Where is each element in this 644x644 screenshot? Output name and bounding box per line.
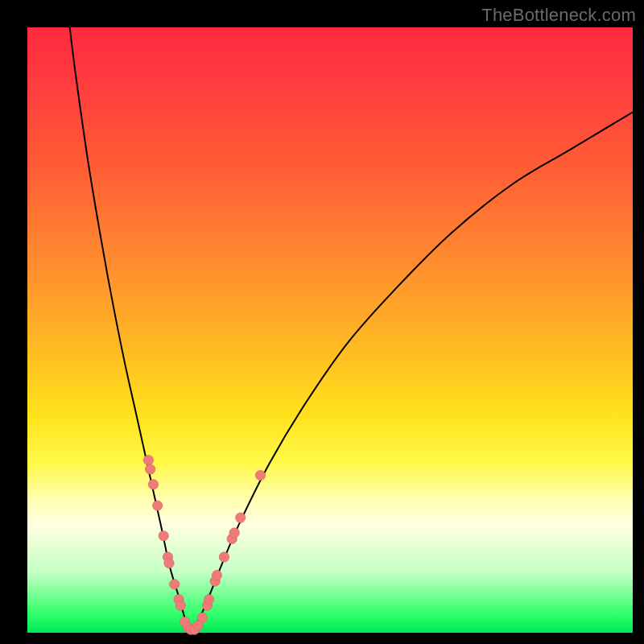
- data-point: [219, 552, 229, 562]
- plot-area: [27, 27, 633, 633]
- curve-left-branch: [70, 27, 191, 633]
- data-point: [212, 570, 221, 580]
- data-point: [164, 558, 174, 568]
- data-point: [175, 601, 185, 610]
- data-point: [159, 530, 168, 540]
- data-point: [145, 464, 155, 474]
- data-point: [197, 613, 207, 622]
- data-point: [255, 470, 265, 480]
- data-point: [148, 480, 158, 489]
- watermark-text: TheBottleneck.com: [481, 5, 636, 26]
- curve-right-branch: [191, 112, 633, 633]
- data-points-group: [143, 455, 266, 634]
- data-point: [204, 594, 213, 604]
- data-point: [229, 528, 239, 538]
- data-point: [170, 580, 180, 589]
- chart-frame: TheBottleneck.com: [0, 0, 644, 644]
- chart-svg: [27, 27, 633, 633]
- curve-group: [70, 27, 633, 633]
- data-point: [236, 513, 246, 522]
- data-point: [143, 455, 153, 464]
- data-point: [152, 501, 162, 510]
